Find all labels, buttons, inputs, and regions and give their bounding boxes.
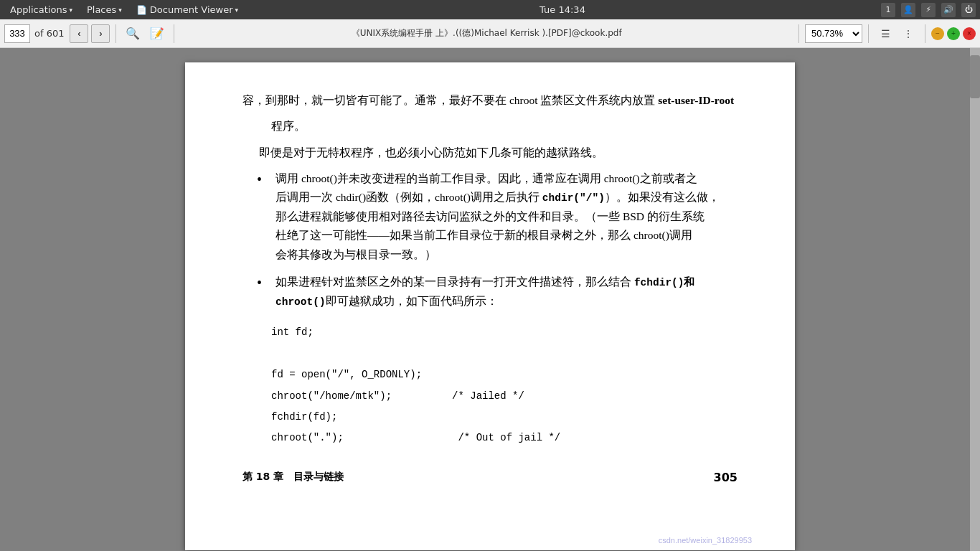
code-line-5: chroot("."); /* Out of jail */ <box>271 428 738 448</box>
applications-menu[interactable]: Applications ▾ <box>4 3 78 17</box>
code-line-1: int fd; <box>271 322 738 343</box>
zoom-select[interactable]: 50.73% 25% 50% 75% 100% 125% 150% 200% <box>805 24 862 43</box>
paragraph-2: 即便是对于无特权程序，也必须小心防范如下几条可能的越狱路线。 <box>242 143 738 162</box>
scrollbar-thumb[interactable] <box>970 55 980 98</box>
menubar: Applications ▾ Places ▾ 📄 Document Viewe… <box>0 0 980 19</box>
code-block: int fd; fd = open("/", O_RDONLY); chroot… <box>271 322 738 448</box>
minimize-button[interactable]: − <box>931 27 944 40</box>
network-icon[interactable]: ⚡ <box>921 3 936 17</box>
code-line-4: fchdir(fd); <box>271 407 738 428</box>
close-button[interactable]: × <box>963 27 976 40</box>
bullet-dot-1: • <box>257 169 271 264</box>
separator-5 <box>925 24 925 43</box>
code-line-3: chroot("/home/mtk"); /* Jailed */ <box>271 386 738 407</box>
page-content: 容，到那时，就一切皆有可能了。通常，最好不要在 chroot 监禁区文件系统内放… <box>242 91 738 449</box>
places-menu[interactable]: Places ▾ <box>81 3 128 17</box>
page-total: of 601 <box>32 28 67 39</box>
places-arrow-icon: ▾ <box>118 6 122 14</box>
workspace-btn[interactable]: 1 <box>881 3 895 17</box>
docviewer-label: Document Viewer <box>150 4 233 15</box>
next-page-button[interactable]: › <box>91 24 110 43</box>
view-buttons: ☰ ⋮ <box>875 23 919 44</box>
document-icon: 📄 <box>136 4 148 16</box>
bullet-item-1: • 调用 chroot()并未改变进程的当前工作目录。因此，通常应在调用 chr… <box>257 169 738 264</box>
zoom-area: 50.73% 25% 50% 75% 100% 125% 150% 200% <box>805 24 862 43</box>
content-area: 容，到那时，就一切皆有可能了。通常，最好不要在 chroot 监禁区文件系统内放… <box>0 48 980 551</box>
annotate-button[interactable]: 📝 <box>146 23 168 44</box>
bullet-content-1: 调用 chroot()并未改变进程的当前工作目录。因此，通常应在调用 chroo… <box>275 169 738 264</box>
filename-display: 《UNIX系统编程手册 上》.((德)Michael Kerrisk ).[PD… <box>180 27 793 39</box>
maximize-button[interactable]: + <box>947 27 960 40</box>
bullet-dot-2: • <box>257 273 271 311</box>
page-footer: 第 18 章 目录与链接 305 <box>242 471 738 484</box>
places-label: Places <box>87 4 116 15</box>
user-icon[interactable]: 👤 <box>901 3 915 17</box>
separator-3 <box>798 24 799 43</box>
prev-page-button[interactable]: ‹ <box>70 24 88 43</box>
applications-arrow-icon: ▾ <box>69 6 72 14</box>
docviewer-menu[interactable]: 📄 Document Viewer ▾ <box>131 3 244 17</box>
paragraph-1-end: 程序。 <box>271 117 738 136</box>
applications-label: Applications <box>10 4 67 15</box>
menubar-datetime: Tue 14:34 <box>247 4 878 15</box>
bullet-item-2: • 如果进程针对监禁区之外的某一目录持有一打开文件描述符，那么结合 fchdir… <box>257 273 738 311</box>
pdf-page: 容，到那时，就一切皆有可能了。通常，最好不要在 chroot 监禁区文件系统内放… <box>185 62 795 550</box>
search-button[interactable]: 🔍 <box>122 23 143 44</box>
separator-1 <box>116 24 116 43</box>
menubar-right: 1 👤 ⚡ 🔊 ⏻ <box>881 3 976 17</box>
toolbar: 333 of 601 ‹ › 🔍 📝 《UNIX系统编程手册 上》.((德)Mi… <box>0 19 980 48</box>
code-line-2: fd = open("/", O_RDONLY); <box>271 364 738 385</box>
code-line-blank <box>271 344 738 364</box>
volume-icon[interactable]: 🔊 <box>941 3 956 17</box>
view-options-button[interactable]: ⋮ <box>897 23 919 44</box>
docviewer-arrow-icon: ▾ <box>235 6 239 14</box>
paragraph-1: 容，到那时，就一切皆有可能了。通常，最好不要在 chroot 监禁区文件系统内放… <box>242 91 738 110</box>
bullet-content-2: 如果进程针对监禁区之外的某一目录持有一打开文件描述符，那么结合 fchdir()… <box>275 273 738 311</box>
separator-4 <box>868 24 869 43</box>
bold-set-user-id: set-user-ID-root <box>658 94 734 106</box>
page-navigation: 333 of 601 <box>4 24 67 43</box>
footer-chapter: 第 18 章 目录与链接 <box>242 471 344 484</box>
scrollbar[interactable] <box>970 48 980 551</box>
sidebar-toggle-button[interactable]: ☰ <box>875 23 896 44</box>
watermark: csdn.net/weixin_31829953 <box>659 536 752 545</box>
power-icon[interactable]: ⏻ <box>961 3 976 17</box>
footer-page-number: 305 <box>714 471 738 484</box>
page-input[interactable]: 333 <box>4 24 30 43</box>
separator-2 <box>174 24 174 43</box>
